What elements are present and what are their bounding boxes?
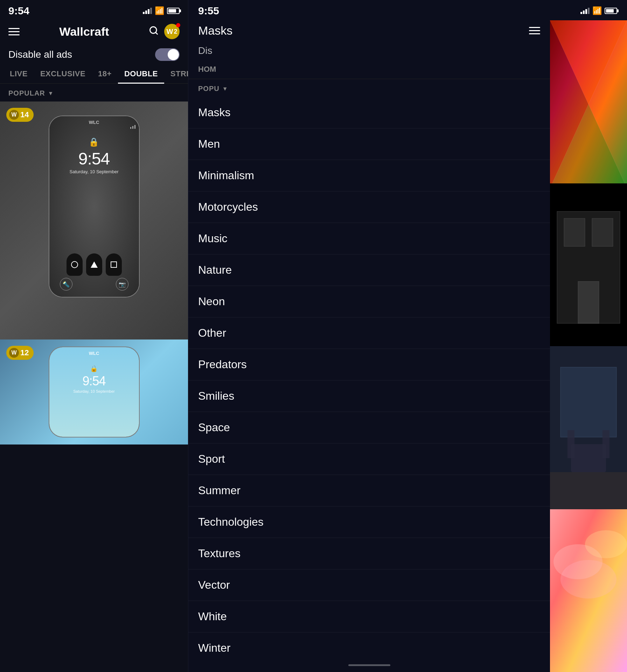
thumb-4[interactable] <box>550 509 627 672</box>
menu-item-predators[interactable]: Predators <box>188 349 550 380</box>
partial-ads-label: Dis <box>198 45 212 56</box>
menu-item-men[interactable]: Men <box>188 128 550 160</box>
svg-rect-19 <box>602 430 609 458</box>
phone-mockup-2: WLC 🔒 9:54 Saturday, 10 September <box>49 346 140 438</box>
status-bar-right: 9:55 📶 <box>188 0 627 20</box>
partial-ads-row: Dis <box>188 43 550 60</box>
header-actions: W 2 <box>149 24 180 39</box>
nav-tabs-right-partial: HOM <box>188 60 550 79</box>
nav-tabs: LIVE EXCLUSIVE 18+ DOUBLE STREAM <box>0 64 188 84</box>
hamburger-right[interactable] <box>529 27 540 34</box>
thumbs-column <box>550 20 627 672</box>
notification-dot <box>176 23 180 27</box>
thumb-2[interactable] <box>550 183 627 346</box>
menu-item-nature[interactable]: Nature <box>188 254 550 286</box>
wallet-letter: W <box>167 28 173 36</box>
menu-item-sport[interactable]: Sport <box>188 443 550 475</box>
phone-date-2: Saturday, 10 September <box>73 389 114 393</box>
lock-icon-2: 🔒 <box>73 365 114 372</box>
tab-exclusive[interactable]: EXCLUSIVE <box>34 64 92 83</box>
camera-icon: 📷 <box>116 278 128 290</box>
menu-item-winter[interactable]: Winter <box>188 632 550 658</box>
menu-item-neon[interactable]: Neon <box>188 286 550 317</box>
svg-rect-11 <box>564 218 585 246</box>
wallpaper-card-1[interactable]: W 14 WLC 🔒 <box>0 102 188 340</box>
phone-screen-2: WLC 🔒 9:54 Saturday, 10 September <box>49 347 139 437</box>
chevron-down-icon-right: ▼ <box>222 86 228 92</box>
phone-screen-1: WLC 🔒 9:54 Saturday, 10 September <box>49 116 139 297</box>
menu-item-space[interactable]: Space <box>188 412 550 443</box>
time-left: 9:54 <box>8 5 29 17</box>
svg-rect-13 <box>578 281 599 323</box>
ads-row: Disable all ads <box>0 45 188 64</box>
wallet-badge[interactable]: W 2 <box>164 24 180 39</box>
chevron-down-icon: ▼ <box>48 90 54 97</box>
popular-row[interactable]: POPULAR ▼ <box>0 84 188 102</box>
phone-label-2: WLC <box>89 351 99 356</box>
header-right: Masks <box>188 20 550 43</box>
wallet-icon-1: W <box>9 110 19 120</box>
thumb-3[interactable] <box>550 346 627 509</box>
tab-double[interactable]: DOUBLE <box>118 64 164 83</box>
wallet-icon-2: W <box>9 348 19 358</box>
ads-toggle[interactable] <box>155 48 180 61</box>
svg-rect-12 <box>592 218 613 246</box>
coin-badge-1: W 14 <box>6 108 34 122</box>
right-panel: 9:55 📶 Masks <box>188 0 627 672</box>
menu-item-vector[interactable]: Vector <box>188 569 550 601</box>
tab-live[interactable]: LIVE <box>4 64 34 83</box>
menu-item-smilies[interactable]: Smilies <box>188 380 550 412</box>
lock-icon-1: 🔒 <box>70 137 119 147</box>
svg-rect-17 <box>571 444 606 472</box>
header-left: Wallcraft W 2 <box>0 20 188 45</box>
right-content: Masks Dis HOM POPU ▼ <box>188 20 627 672</box>
home-bar-right <box>348 664 390 666</box>
ads-label: Disable all ads <box>8 49 72 60</box>
coin-count-1: 14 <box>20 110 29 119</box>
coin-badge-2: W 12 <box>6 346 34 360</box>
menu-item-other[interactable]: Other <box>188 317 550 349</box>
squid-char-square <box>106 253 122 276</box>
phone-bottom-icons-1: 🔦 📷 <box>49 278 139 290</box>
svg-point-22 <box>585 530 627 558</box>
current-menu-title: Masks <box>198 24 232 37</box>
tab-stream[interactable]: STREAM <box>164 64 188 83</box>
menu-item-summer[interactable]: Summer <box>188 475 550 506</box>
squid-char-triangle <box>86 253 102 276</box>
tab-18plus[interactable]: 18+ <box>92 64 118 83</box>
time-right: 9:55 <box>198 5 219 17</box>
squid-char-circle <box>67 253 83 276</box>
status-icons-left: 📶 <box>143 6 180 15</box>
signal-icon <box>143 8 152 14</box>
menu-item-white[interactable]: White <box>188 601 550 632</box>
menu-column: Masks Dis HOM POPU ▼ <box>188 20 550 672</box>
phone-date-1: Saturday, 10 September <box>70 169 119 174</box>
coin-count-2: 12 <box>20 348 29 357</box>
wallet-count: 2 <box>174 28 177 35</box>
phone-time-1: 9:54 <box>70 149 119 168</box>
menu-item-music[interactable]: Music <box>188 223 550 254</box>
thumb-1[interactable] <box>550 20 627 183</box>
menu-item-technologies[interactable]: Technologies <box>188 506 550 538</box>
thumb-arch-svg <box>550 183 627 346</box>
flashlight-icon: 🔦 <box>60 278 72 290</box>
search-button[interactable] <box>149 26 159 38</box>
battery-icon-right <box>605 8 617 14</box>
menu-item-minimalism[interactable]: Minimalism <box>188 160 550 191</box>
svg-line-1 <box>155 32 157 34</box>
menu-item-motorcycles[interactable]: Motorcycles <box>188 191 550 223</box>
wallpaper-card-2[interactable]: W 12 WLC 🔒 9:54 Saturday, 10 September <box>0 340 188 444</box>
thumb-geo-svg <box>550 20 627 183</box>
partial-tab-hom: HOM <box>192 60 222 79</box>
status-bar-left: 9:54 📶 <box>0 0 188 20</box>
toggle-knob <box>168 49 179 60</box>
thumb-room-svg <box>550 346 627 509</box>
phone-mockup-1: WLC 🔒 9:54 Saturday, 10 September <box>49 115 140 298</box>
popular-row-right[interactable]: POPU ▼ <box>188 79 550 97</box>
menu-item-masks[interactable]: Masks <box>188 97 550 128</box>
hamburger-button[interactable] <box>8 28 20 35</box>
signal-icon-right <box>580 8 590 14</box>
phone-label-1: WLC <box>89 120 99 125</box>
menu-item-textures[interactable]: Textures <box>188 538 550 569</box>
popular-label: POPULAR <box>8 89 45 97</box>
